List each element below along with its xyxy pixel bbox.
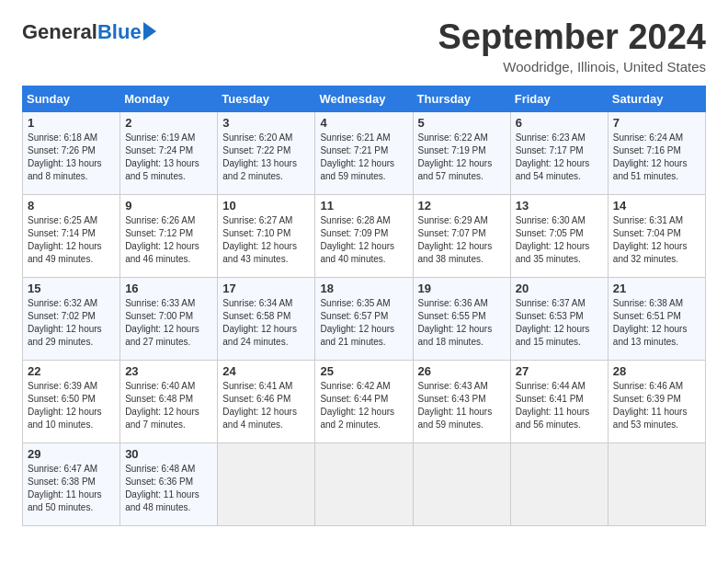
day-number: 6 — [516, 116, 603, 130]
calendar-cell: 7Sunrise: 6:24 AMSunset: 7:16 PMDaylight… — [608, 111, 705, 194]
calendar-cell: 25Sunrise: 6:42 AMSunset: 6:44 PMDayligh… — [315, 360, 413, 442]
day-number: 29 — [28, 447, 115, 461]
calendar-cell: 2Sunrise: 6:19 AMSunset: 7:24 PMDaylight… — [120, 111, 218, 194]
header-day-wednesday: Wednesday — [315, 86, 413, 111]
title-area: September 2024 Woodridge, Illinois, Unit… — [438, 18, 707, 75]
day-number: 25 — [320, 364, 407, 378]
day-number: 2 — [125, 116, 212, 130]
calendar-cell: 17Sunrise: 6:34 AMSunset: 6:58 PMDayligh… — [218, 277, 315, 360]
cell-info: Sunrise: 6:23 AMSunset: 7:17 PMDaylight:… — [516, 132, 590, 181]
calendar-cell: 9Sunrise: 6:26 AMSunset: 7:12 PMDaylight… — [120, 194, 218, 277]
header-day-saturday: Saturday — [608, 86, 705, 111]
day-number: 24 — [222, 364, 310, 378]
calendar-table: SundayMondayTuesdayWednesdayThursdayFrid… — [22, 86, 706, 526]
cell-info: Sunrise: 6:35 AMSunset: 6:57 PMDaylight:… — [320, 298, 394, 347]
calendar-body: 1Sunrise: 6:18 AMSunset: 7:26 PMDaylight… — [23, 111, 706, 525]
cell-info: Sunrise: 6:33 AMSunset: 7:00 PMDaylight:… — [125, 298, 199, 347]
day-number: 10 — [222, 199, 310, 213]
header-day-tuesday: Tuesday — [218, 86, 315, 111]
day-number: 1 — [28, 116, 115, 130]
header-day-friday: Friday — [510, 86, 608, 111]
day-number: 3 — [222, 116, 310, 130]
calendar-cell: 12Sunrise: 6:29 AMSunset: 7:07 PMDayligh… — [413, 194, 510, 277]
calendar-cell: 20Sunrise: 6:37 AMSunset: 6:53 PMDayligh… — [510, 277, 608, 360]
month-title: September 2024 — [438, 18, 707, 57]
calendar-cell: 28Sunrise: 6:46 AMSunset: 6:39 PMDayligh… — [608, 360, 705, 442]
day-number: 5 — [418, 116, 506, 130]
calendar-cell: 27Sunrise: 6:44 AMSunset: 6:41 PMDayligh… — [510, 360, 608, 442]
cell-info: Sunrise: 6:47 AMSunset: 6:38 PMDaylight:… — [28, 464, 102, 512]
cell-info: Sunrise: 6:37 AMSunset: 6:53 PMDaylight:… — [516, 298, 590, 347]
cell-info: Sunrise: 6:18 AMSunset: 7:26 PMDaylight:… — [28, 132, 102, 181]
day-number: 15 — [28, 282, 115, 295]
calendar-cell: 30Sunrise: 6:48 AMSunset: 6:36 PMDayligh… — [120, 442, 218, 525]
cell-info: Sunrise: 6:27 AMSunset: 7:10 PMDaylight:… — [222, 215, 297, 264]
calendar-cell: 5Sunrise: 6:22 AMSunset: 7:19 PMDaylight… — [413, 111, 510, 194]
calendar-cell: 16Sunrise: 6:33 AMSunset: 7:00 PMDayligh… — [120, 277, 218, 360]
cell-info: Sunrise: 6:31 AMSunset: 7:04 PMDaylight:… — [613, 215, 688, 264]
cell-info: Sunrise: 6:32 AMSunset: 7:02 PMDaylight:… — [28, 298, 102, 347]
day-number: 7 — [613, 116, 700, 130]
day-number: 19 — [418, 282, 506, 295]
logo-blue: Blue — [97, 22, 142, 42]
day-number: 27 — [516, 364, 603, 378]
day-number: 23 — [125, 364, 212, 378]
day-number: 9 — [125, 199, 212, 213]
logo: GeneralBlue — [22, 22, 156, 42]
cell-info: Sunrise: 6:30 AMSunset: 7:05 PMDaylight:… — [516, 215, 590, 264]
calendar-cell: 26Sunrise: 6:43 AMSunset: 6:43 PMDayligh… — [413, 360, 510, 442]
week-row-3: 15Sunrise: 6:32 AMSunset: 7:02 PMDayligh… — [23, 277, 706, 360]
calendar-cell: 19Sunrise: 6:36 AMSunset: 6:55 PMDayligh… — [413, 277, 510, 360]
header-day-sunday: Sunday — [23, 86, 120, 111]
day-number: 12 — [418, 199, 506, 213]
cell-info: Sunrise: 6:41 AMSunset: 6:46 PMDaylight:… — [222, 381, 297, 430]
cell-info: Sunrise: 6:40 AMSunset: 6:48 PMDaylight:… — [125, 381, 199, 430]
day-number: 11 — [320, 199, 407, 213]
header-row: SundayMondayTuesdayWednesdayThursdayFrid… — [23, 86, 706, 111]
calendar-cell: 23Sunrise: 6:40 AMSunset: 6:48 PMDayligh… — [120, 360, 218, 442]
day-number: 13 — [516, 199, 603, 213]
day-number: 28 — [613, 364, 700, 378]
calendar-cell: 4Sunrise: 6:21 AMSunset: 7:21 PMDaylight… — [315, 111, 413, 194]
calendar-cell — [608, 442, 705, 525]
calendar-cell: 21Sunrise: 6:38 AMSunset: 6:51 PMDayligh… — [608, 277, 705, 360]
day-number: 4 — [320, 116, 407, 130]
day-number: 22 — [28, 364, 115, 378]
cell-info: Sunrise: 6:46 AMSunset: 6:39 PMDaylight:… — [613, 381, 688, 430]
calendar-cell: 15Sunrise: 6:32 AMSunset: 7:02 PMDayligh… — [23, 277, 120, 360]
calendar-cell — [218, 442, 315, 525]
cell-info: Sunrise: 6:25 AMSunset: 7:14 PMDaylight:… — [28, 215, 102, 264]
cell-info: Sunrise: 6:39 AMSunset: 6:50 PMDaylight:… — [28, 381, 102, 430]
day-number: 26 — [418, 364, 506, 378]
cell-info: Sunrise: 6:42 AMSunset: 6:44 PMDaylight:… — [320, 381, 394, 430]
calendar-header: SundayMondayTuesdayWednesdayThursdayFrid… — [23, 86, 706, 111]
calendar-cell: 18Sunrise: 6:35 AMSunset: 6:57 PMDayligh… — [315, 277, 413, 360]
day-number: 8 — [28, 199, 115, 213]
calendar-cell: 3Sunrise: 6:20 AMSunset: 7:22 PMDaylight… — [218, 111, 315, 194]
cell-info: Sunrise: 6:38 AMSunset: 6:51 PMDaylight:… — [613, 298, 688, 347]
week-row-4: 22Sunrise: 6:39 AMSunset: 6:50 PMDayligh… — [23, 360, 706, 442]
cell-info: Sunrise: 6:22 AMSunset: 7:19 PMDaylight:… — [418, 132, 493, 181]
cell-info: Sunrise: 6:28 AMSunset: 7:09 PMDaylight:… — [320, 215, 394, 264]
logo-text: GeneralBlue — [22, 22, 156, 42]
header-day-monday: Monday — [120, 86, 218, 111]
location: Woodridge, Illinois, United States — [438, 59, 707, 75]
calendar-cell — [413, 442, 510, 525]
day-number: 30 — [125, 447, 212, 461]
day-number: 21 — [613, 282, 700, 295]
calendar-cell: 24Sunrise: 6:41 AMSunset: 6:46 PMDayligh… — [218, 360, 315, 442]
calendar-cell — [315, 442, 413, 525]
week-row-5: 29Sunrise: 6:47 AMSunset: 6:38 PMDayligh… — [23, 442, 706, 525]
cell-info: Sunrise: 6:21 AMSunset: 7:21 PMDaylight:… — [320, 132, 394, 181]
cell-info: Sunrise: 6:19 AMSunset: 7:24 PMDaylight:… — [125, 132, 199, 181]
calendar-cell: 8Sunrise: 6:25 AMSunset: 7:14 PMDaylight… — [23, 194, 120, 277]
cell-info: Sunrise: 6:24 AMSunset: 7:16 PMDaylight:… — [613, 132, 688, 181]
calendar-cell: 6Sunrise: 6:23 AMSunset: 7:17 PMDaylight… — [510, 111, 608, 194]
calendar-cell: 29Sunrise: 6:47 AMSunset: 6:38 PMDayligh… — [23, 442, 120, 525]
calendar-cell: 14Sunrise: 6:31 AMSunset: 7:04 PMDayligh… — [608, 194, 705, 277]
logo-arrow-icon — [143, 22, 156, 40]
cell-info: Sunrise: 6:36 AMSunset: 6:55 PMDaylight:… — [418, 298, 493, 347]
cell-info: Sunrise: 6:29 AMSunset: 7:07 PMDaylight:… — [418, 215, 493, 264]
cell-info: Sunrise: 6:34 AMSunset: 6:58 PMDaylight:… — [222, 298, 297, 347]
cell-info: Sunrise: 6:48 AMSunset: 6:36 PMDaylight:… — [125, 464, 199, 512]
